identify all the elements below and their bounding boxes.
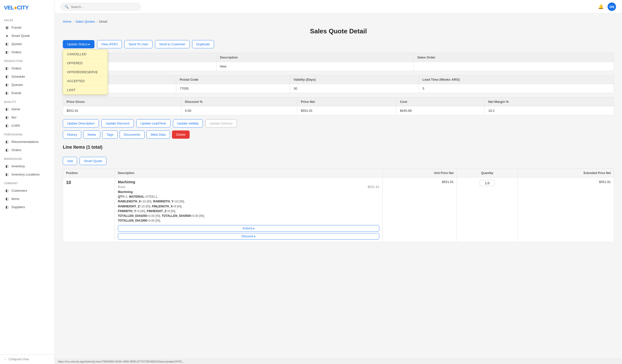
section-label-sales: SALES [0, 15, 55, 23]
sidebar-item-orders-purch[interactable]: ◧Orders [1, 146, 54, 154]
quantity-input[interactable] [480, 180, 495, 186]
view-pdf-button[interactable]: View (PDF) [97, 40, 122, 48]
sidebar-icon-customers: ◧ [5, 188, 9, 192]
tab-documents[interactable]: Documents [120, 130, 145, 139]
duplicate-button[interactable]: Duplicate [192, 40, 214, 48]
validity-days: 30 [290, 84, 419, 93]
sidebar-icon-schedule: ◧ [5, 74, 9, 78]
dropdown-item-cancelled[interactable]: CANCELLED [63, 50, 107, 59]
search-box[interactable]: 🔍 [61, 3, 141, 10]
sidebar-label-recommendations: Recommendations [11, 140, 38, 144]
sidebar-label-schedule: Schedule [11, 75, 25, 78]
li-col-quantity: Quantity [457, 169, 518, 178]
section-label-company: COMPANY [0, 179, 55, 186]
sidebar-label-home-quality: Home [11, 107, 20, 111]
arrow-left-icon: ← [4, 358, 7, 361]
sidebar-icon-suppliers: ◧ [5, 205, 9, 209]
sidebar-item-orders-sales[interactable]: ◧Orders [1, 48, 54, 56]
dropdown-item-lost[interactable]: LOST [63, 86, 107, 94]
sidebar-icon-ncr: ◧ [5, 115, 9, 119]
li-discount-button[interactable]: Discount ▸ [118, 233, 379, 240]
update-lead-time-button[interactable]: Update LeadTime [136, 119, 170, 127]
li-actions-button[interactable]: Actions ▸ [118, 225, 379, 232]
sidebar-icon-funnel: ▦ [5, 25, 9, 29]
tab-row: History Notes Tags Documents Meta Data D… [63, 130, 614, 139]
avatar[interactable]: GN [608, 2, 616, 11]
table-row: 10MachiningBase$551.91MachiningQTY=1, MA… [63, 178, 614, 242]
sidebar-item-funnel[interactable]: ▦Funnel [1, 23, 54, 31]
status-dropdown: CANCELLEDOFFEREDOFFEREDRESERVEACCEPTEDLO… [63, 50, 108, 95]
sidebar-item-ncr[interactable]: ◧Ncr [1, 113, 54, 121]
topbar-right: 🔔 GN [598, 2, 616, 11]
tab-history[interactable]: History [63, 130, 81, 139]
sidebar-item-capa[interactable]: ◧CAPA [1, 121, 54, 129]
li-desc-title: Machining [118, 180, 379, 184]
send-to-customer-button[interactable]: Send to Customer [155, 40, 190, 48]
li-unit-price: $551.91 [383, 178, 457, 242]
sidebar-label-orders-prod: Orders [11, 66, 21, 70]
sidebar-item-suppliers[interactable]: ◧Suppliers [1, 203, 54, 211]
send-to-user-button[interactable]: Send To User [124, 40, 153, 48]
collapsed-view-btn[interactable]: ← Collapsed View [0, 354, 55, 364]
update-description-button[interactable]: Update Description [63, 119, 99, 127]
sidebar-label-inventory-locations: Inventory Locations [11, 173, 40, 176]
update-delivery-button[interactable]: Update Delivery [205, 119, 237, 127]
line-items-title: Line Items (1 total) [63, 145, 102, 150]
sidebar-item-queues[interactable]: ◧Queues [1, 81, 54, 89]
sidebar-icon-inventory-locations: ◧ [5, 172, 9, 176]
status-url: https://my.velocity.app/SalesQuotes/790E… [58, 360, 184, 363]
collapsed-view-label: Collapsed View [8, 358, 29, 361]
li-desc-body: MachiningQTY=1, MATERIAL=STEEL1,RAWLENGT… [118, 190, 379, 223]
sidebar-item-home-quality[interactable]: ◧Home [1, 105, 54, 113]
col-discount: Discount % [181, 97, 297, 106]
notification-icon[interactable]: 🔔 [598, 4, 604, 9]
sidebar-item-items[interactable]: ◧Items [1, 195, 54, 203]
update-discount-button[interactable]: Update Discount [101, 119, 134, 127]
sidebar-item-events[interactable]: ◧Events [1, 89, 54, 97]
sidebar-icon-orders-purch: ◧ [5, 148, 9, 152]
tab-meta-data[interactable]: Meta Data [147, 130, 170, 139]
content-area: Home › Sales Quotes › Detail Sales Quote… [55, 14, 622, 359]
sidebar-label-smart-quote: Smart Quote [11, 34, 30, 38]
cost-value: $445.68 [396, 106, 485, 115]
sidebar-icon-capa: ◧ [5, 123, 9, 127]
sidebar-item-recommendations[interactable]: ◧Recommendations [1, 138, 54, 146]
search-input[interactable] [71, 5, 137, 9]
summary-action-row: Update Description Update Discount Updat… [63, 119, 614, 127]
sidebar-item-quotes[interactable]: ◧Quotes [1, 40, 54, 48]
table-row: Q1018 New [63, 62, 614, 71]
price-net-value: $551.91 [297, 106, 396, 115]
quote-info-table-2: Customer Postal Code Validity (Days) Lea… [63, 75, 614, 93]
delete-button[interactable]: Delete [172, 130, 190, 139]
sidebar-item-orders-prod[interactable]: ◧Orders [1, 64, 54, 72]
col-postal-code: Postal Code [176, 75, 290, 84]
li-extended-price: $551.91 [518, 178, 614, 242]
update-status-button[interactable]: Update Status ▸ [63, 40, 94, 48]
tab-tags[interactable]: Tags [102, 130, 117, 139]
breadcrumb-sep1: › [73, 20, 74, 23]
sidebar-icon-orders-sales: ◧ [5, 50, 9, 54]
sidebar-item-inventory[interactable]: ◧Inventory [1, 162, 54, 170]
dropdown-item-accepted[interactable]: ACCEPTED [63, 77, 107, 86]
tab-notes[interactable]: Notes [83, 130, 100, 139]
section-label-purchasing: PURCHASING [0, 130, 55, 137]
sidebar-item-smart-quote[interactable]: ◈Smart Quote [1, 32, 54, 40]
sidebar-item-inventory-locations[interactable]: ◧Inventory Locations [1, 170, 54, 178]
sidebar-icon-quotes: ◧ [5, 42, 9, 46]
sidebar-label-inventory: Inventory [11, 164, 25, 168]
breadcrumb-home[interactable]: Home [63, 20, 72, 23]
sidebar-item-schedule[interactable]: ◧Schedule [1, 72, 54, 80]
dropdown-item-offeredreserve[interactable]: OFFEREDRESERVE [63, 68, 107, 77]
line-items-table: Position Description Unit Price Net Quan… [63, 169, 614, 242]
sidebar-label-orders-sales: Orders [11, 50, 21, 54]
main-area: 🔍 🔔 GN Home › Sales Quotes › Detail Sale… [55, 0, 622, 364]
smart-quote-button[interactable]: Smart Quote [79, 157, 106, 165]
sidebar-label-capa: CAPA [11, 124, 20, 127]
dropdown-item-offered[interactable]: OFFERED [63, 59, 107, 68]
sidebar: VEL●CITY SALES▦Funnel◈Smart Quote◧Quotes… [0, 0, 55, 364]
sidebar-icon-home-quality: ◧ [5, 107, 9, 111]
breadcrumb-sales-quotes[interactable]: Sales Quotes [76, 20, 95, 23]
add-line-item-button[interactable]: Add [63, 157, 77, 165]
sidebar-item-customers[interactable]: ◧Customers [1, 186, 54, 194]
update-validity-button[interactable]: Update Validity [173, 119, 203, 127]
